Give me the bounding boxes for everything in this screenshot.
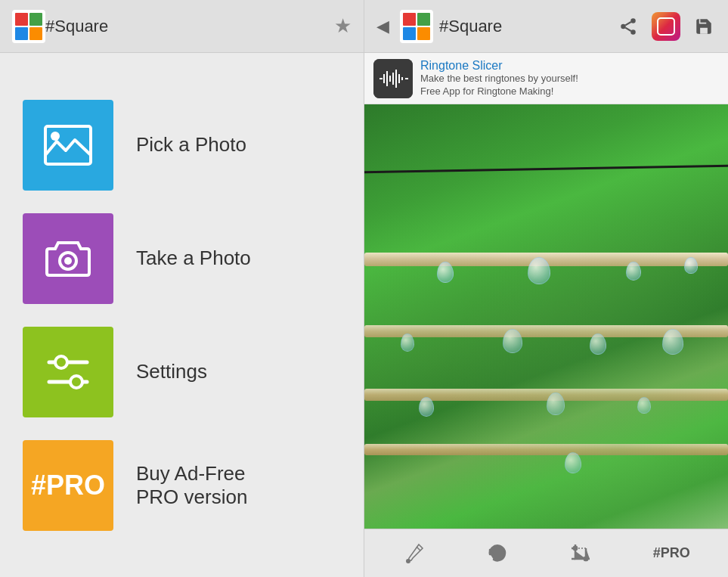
right-header: ◀ #Square (364, 0, 728, 53)
camera-icon (42, 232, 94, 285)
save-button[interactable] (687, 10, 720, 43)
ad-banner[interactable]: Ringtone Slicer Make the best ringtones … (364, 53, 728, 104)
pro-label: #PRO (653, 545, 690, 561)
svg-point-8 (630, 18, 636, 23)
ad-text: Ringtone Slicer Make the best ringtones … (420, 59, 578, 98)
share-icon (618, 17, 638, 36)
drop-12 (565, 452, 581, 473)
drop-4 (684, 257, 698, 274)
refresh-button[interactable] (474, 538, 521, 569)
save-icon (694, 17, 714, 36)
left-app-title: #Square (45, 17, 334, 36)
photo-area (364, 104, 728, 529)
image-icon (42, 119, 94, 172)
buy-pro-label: Buy Ad-Free PRO version (136, 462, 247, 509)
refresh-icon (486, 542, 509, 565)
drop-6 (503, 329, 522, 353)
svg-rect-27 (574, 547, 577, 550)
menu-item-buy-pro[interactable]: #PRO Buy Ad-Free PRO version (0, 433, 364, 538)
pro-box-text: #PRO (31, 470, 105, 501)
back-button[interactable]: ◀ (372, 12, 394, 41)
app-logo-left (12, 10, 45, 43)
svg-point-5 (55, 356, 67, 368)
right-header-icons (612, 10, 720, 43)
photo-simulation (364, 104, 728, 529)
settings-label: Settings (136, 360, 207, 383)
take-photo-label: Take a Photo (136, 247, 251, 270)
menu-item-take-photo[interactable]: Take a Photo (0, 206, 364, 312)
eyedropper-button[interactable] (390, 538, 437, 569)
app-logo-right (400, 10, 433, 43)
pick-photo-label: Pick a Photo (136, 133, 246, 157)
wire-top (364, 165, 728, 174)
settings-icon-box (23, 327, 113, 417)
drop-5 (401, 333, 414, 352)
rod-4 (364, 444, 728, 455)
instagram-icon (652, 12, 680, 41)
svg-point-3 (64, 257, 72, 265)
crop-button[interactable] (557, 538, 604, 569)
bottom-toolbar: #PRO (364, 529, 728, 577)
drop-9 (419, 397, 434, 417)
take-photo-icon-box (23, 213, 113, 304)
rod-3 (364, 389, 728, 401)
menu-item-settings[interactable]: Settings (0, 319, 364, 425)
drop-11 (637, 397, 651, 414)
svg-point-9 (621, 23, 626, 29)
svg-line-11 (625, 27, 630, 30)
ad-subtitle-2: Free App for Ringtone Making! (420, 85, 578, 98)
ad-title: Ringtone Slicer (420, 59, 578, 73)
svg-point-10 (630, 29, 636, 35)
svg-point-7 (70, 376, 82, 388)
buy-pro-icon-box: #PRO (23, 440, 113, 531)
eyedropper-icon (402, 542, 425, 565)
crop-icon (569, 542, 592, 565)
share-button[interactable] (612, 10, 645, 43)
svg-rect-28 (584, 557, 587, 560)
svg-line-12 (625, 22, 630, 25)
pro-button[interactable]: #PRO (641, 541, 702, 566)
ad-subtitle-1: Make the best ringtones by yourself! (420, 73, 578, 85)
left-panel: #Square ★ Pick a Photo (0, 0, 364, 577)
ad-app-icon (373, 59, 413, 98)
pick-photo-icon-box (23, 100, 113, 191)
svg-point-24 (406, 559, 410, 563)
right-panel: ◀ #Square (364, 0, 728, 577)
favorite-icon[interactable]: ★ (334, 14, 352, 38)
left-header: #Square ★ (0, 0, 364, 53)
menu-item-pick-photo[interactable]: Pick a Photo (0, 92, 364, 198)
drop-10 (547, 392, 565, 415)
sliders-icon (42, 346, 94, 399)
right-app-title: #Square (439, 17, 606, 36)
svg-point-1 (51, 132, 60, 141)
svg-line-23 (417, 547, 420, 551)
drop-7 (590, 333, 606, 355)
menu-items: Pick a Photo Take a Photo (0, 53, 364, 577)
waveform-icon (373, 59, 413, 98)
instagram-button[interactable] (649, 10, 683, 43)
